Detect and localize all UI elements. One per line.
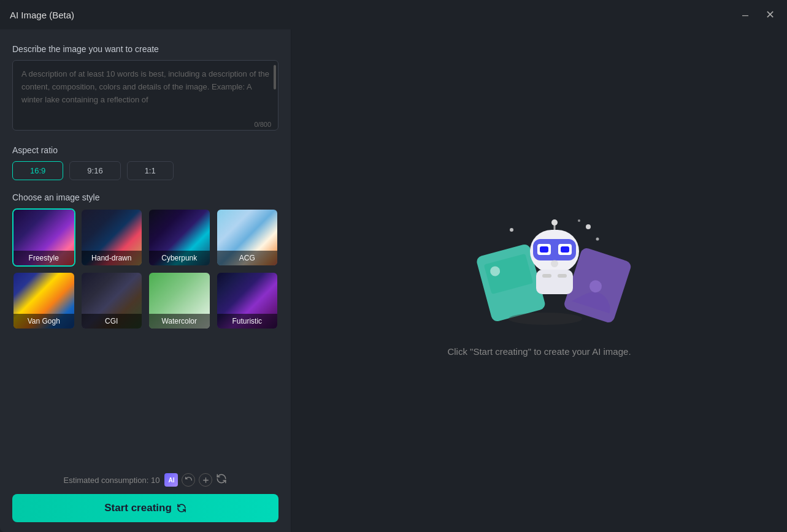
consumption-icons: AI xyxy=(164,473,227,487)
consumption-text: Estimated consumption: 10 xyxy=(64,476,160,485)
aspect-buttons: 16:9 9:16 1:1 xyxy=(12,161,278,180)
app-window: AI Image (Beta) – ✕ Describe the image y… xyxy=(0,0,787,532)
svg-point-22 xyxy=(510,228,513,232)
char-count: 0/800 xyxy=(254,121,271,128)
svg-rect-11 xyxy=(540,246,548,253)
plus-circle-icon[interactable] xyxy=(199,473,212,487)
scrollbar-thumb xyxy=(274,65,276,89)
style-section: Choose an image style Freestyle Hand-dra… xyxy=(12,192,278,463)
start-refresh-icon xyxy=(177,503,186,513)
textarea-wrapper: 0/800 xyxy=(12,60,278,133)
left-panel: Describe the image you want to create 0/… xyxy=(0,29,291,532)
title-bar-controls: – ✕ xyxy=(738,7,777,22)
aspect-btn-1-1[interactable]: 1:1 xyxy=(127,161,174,180)
ai-badge: AI xyxy=(164,473,178,487)
style-label-cyberpunk: Cyberpunk xyxy=(149,251,210,265)
start-creating-label: Start creating xyxy=(104,502,172,514)
aspect-ratio-label: Aspect ratio xyxy=(12,145,278,155)
svg-rect-17 xyxy=(542,274,551,278)
start-creating-button[interactable]: Start creating xyxy=(12,494,278,522)
style-grid: Freestyle Hand-drawn Cyberpunk ACG xyxy=(12,208,278,330)
style-label-freestyle: Freestyle xyxy=(13,251,74,265)
svg-point-20 xyxy=(596,237,599,240)
style-card-acg[interactable]: ACG xyxy=(216,208,279,267)
svg-point-13 xyxy=(551,260,558,267)
svg-point-19 xyxy=(586,224,591,229)
bottom-bar: Estimated consumption: 10 AI xyxy=(12,463,278,522)
ai-illustration xyxy=(459,205,631,328)
refresh-circle-icon[interactable] xyxy=(182,473,195,487)
right-panel-placeholder: Click "Start creating" to create your AI… xyxy=(447,346,631,357)
svg-rect-18 xyxy=(558,274,567,278)
style-card-cyberpunk[interactable]: Cyberpunk xyxy=(148,208,211,267)
style-label-hand-drawn: Hand-drawn xyxy=(82,251,142,265)
svg-point-15 xyxy=(551,219,558,226)
style-label-acg: ACG xyxy=(217,251,278,265)
close-button[interactable]: ✕ xyxy=(762,7,777,22)
illustration-container xyxy=(459,205,619,328)
window-title: AI Image (Beta) xyxy=(10,10,74,20)
style-label-futuristic: Futuristic xyxy=(217,314,278,329)
style-card-cgi[interactable]: CGI xyxy=(80,272,144,330)
style-card-futuristic[interactable]: Futuristic xyxy=(216,272,279,330)
refresh-icon[interactable] xyxy=(216,473,227,487)
aspect-btn-16-9[interactable]: 16:9 xyxy=(12,161,63,180)
style-label-watercolor: Watercolor xyxy=(149,314,210,329)
minimize-button[interactable]: – xyxy=(738,7,753,22)
right-panel: Click "Start creating" to create your AI… xyxy=(291,29,787,532)
description-label: Describe the image you want to create xyxy=(12,44,278,54)
svg-rect-16 xyxy=(536,270,573,294)
robot-illustration xyxy=(530,219,579,294)
style-card-watercolor[interactable]: Watercolor xyxy=(148,272,211,330)
style-label-van-gogh: Van Gogh xyxy=(13,314,74,329)
consumption-row: Estimated consumption: 10 AI xyxy=(12,473,278,487)
style-label: Choose an image style xyxy=(12,192,278,202)
style-card-freestyle[interactable]: Freestyle xyxy=(12,208,75,267)
svg-point-21 xyxy=(578,219,580,222)
aspect-ratio-section: Aspect ratio 16:9 9:16 1:1 xyxy=(12,145,278,180)
svg-point-23 xyxy=(509,313,582,325)
description-textarea[interactable] xyxy=(12,60,278,131)
style-card-hand-drawn[interactable]: Hand-drawn xyxy=(80,208,144,267)
style-label-cgi: CGI xyxy=(82,314,142,329)
main-content: Describe the image you want to create 0/… xyxy=(0,29,787,532)
title-bar: AI Image (Beta) – ✕ xyxy=(0,0,787,29)
style-card-van-gogh[interactable]: Van Gogh xyxy=(12,272,75,330)
svg-rect-12 xyxy=(561,246,569,253)
aspect-btn-9-16[interactable]: 9:16 xyxy=(69,161,120,180)
